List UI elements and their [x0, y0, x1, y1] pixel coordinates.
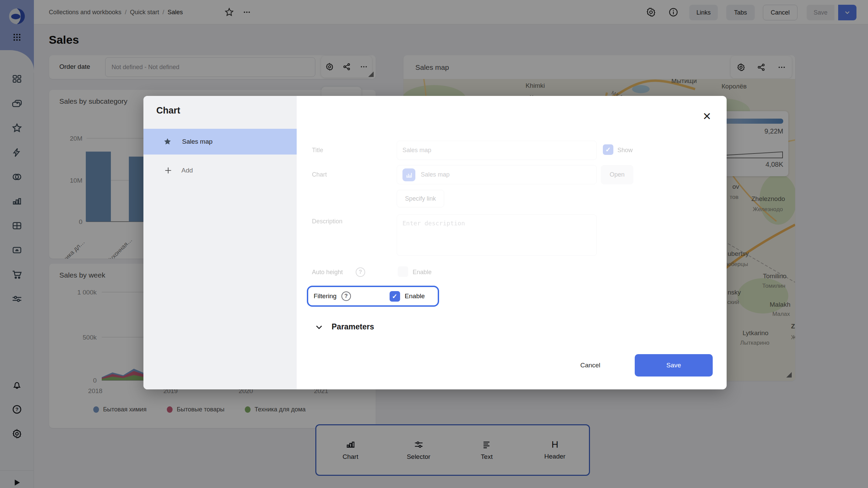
- chart-select-field[interactable]: Sales map: [397, 165, 597, 184]
- modal-cancel-button[interactable]: Cancel: [570, 354, 611, 377]
- autoheight-checkbox-label: Enable: [413, 269, 432, 276]
- chart-select-value: Sales map: [421, 171, 450, 178]
- modal-nav-item-sales-map[interactable]: Sales map: [143, 129, 297, 155]
- close-icon[interactable]: ✕: [698, 107, 716, 125]
- filtering-label: Filtering: [314, 292, 337, 300]
- filtering-checkbox-label: Enable: [405, 292, 425, 300]
- chart-settings-modal: Chart Sales map Add ✕ Title ✓ Show Chart: [143, 96, 727, 389]
- autoheight-label: Auto height: [312, 269, 343, 276]
- parameters-section-toggle[interactable]: Parameters: [315, 322, 374, 331]
- chart-type-icon: [402, 168, 415, 181]
- modal-add-item-button[interactable]: Add: [143, 161, 297, 180]
- screen: Collections and workbooks / Quick start …: [0, 0, 868, 488]
- show-checkbox[interactable]: ✓: [603, 144, 613, 155]
- chart-field-label: Chart: [312, 171, 327, 178]
- modal-title: Chart: [156, 105, 180, 116]
- title-input[interactable]: [397, 141, 597, 160]
- description-field-label: Description: [312, 218, 342, 225]
- specify-link-button[interactable]: Specify link: [397, 190, 444, 207]
- plus-icon: [164, 166, 173, 175]
- autoheight-checkbox[interactable]: [398, 266, 408, 277]
- open-chart-button[interactable]: Open: [601, 165, 633, 184]
- filtering-enable-checkbox[interactable]: ✓: [390, 291, 400, 302]
- modal-add-label: Add: [181, 167, 193, 174]
- show-checkbox-label: Show: [617, 147, 633, 154]
- modal-nav-item-label: Sales map: [182, 138, 213, 145]
- chevron-down-icon: [315, 323, 323, 331]
- filtering-help-icon[interactable]: ?: [341, 291, 351, 301]
- star-filled-icon: [163, 137, 172, 146]
- modal-save-button[interactable]: Save: [635, 354, 713, 377]
- modal-sidebar: Chart Sales map Add: [143, 96, 297, 389]
- parameters-label: Parameters: [332, 322, 374, 331]
- description-textarea[interactable]: [397, 215, 597, 256]
- autoheight-help-icon[interactable]: ?: [356, 267, 365, 277]
- title-field-label: Title: [312, 147, 323, 154]
- filtering-row-highlight: Filtering ? ✓ Enable: [307, 286, 439, 307]
